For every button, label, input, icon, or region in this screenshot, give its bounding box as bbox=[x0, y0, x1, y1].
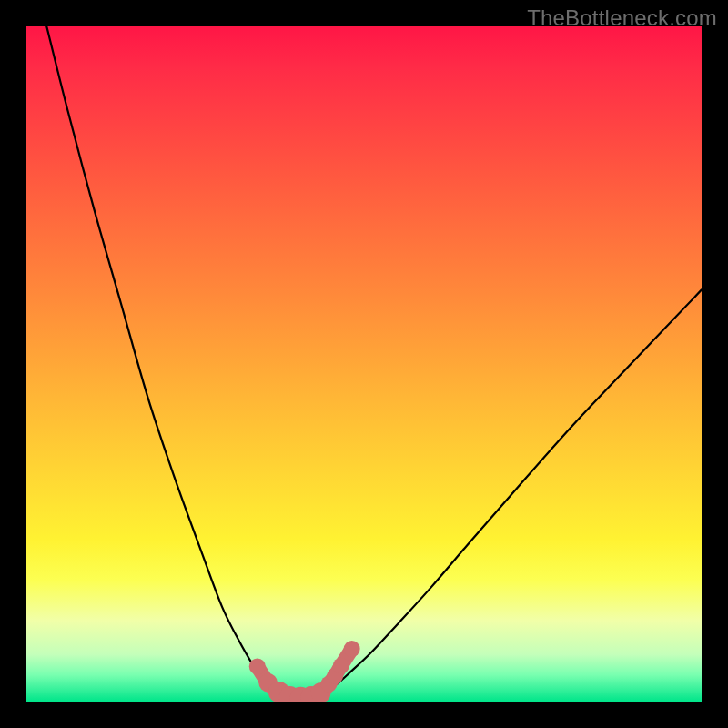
valley-marker bbox=[344, 641, 360, 657]
valley-marker bbox=[249, 658, 266, 674]
curve-left bbox=[46, 26, 303, 698]
valley-marker bbox=[333, 658, 349, 674]
chart-svg bbox=[26, 26, 702, 702]
curve-group bbox=[46, 26, 702, 698]
plot-area bbox=[26, 26, 702, 702]
outer-frame: TheBottleneck.com bbox=[0, 0, 728, 728]
curve-right bbox=[303, 289, 702, 697]
watermark-text: TheBottleneck.com bbox=[527, 5, 717, 31]
